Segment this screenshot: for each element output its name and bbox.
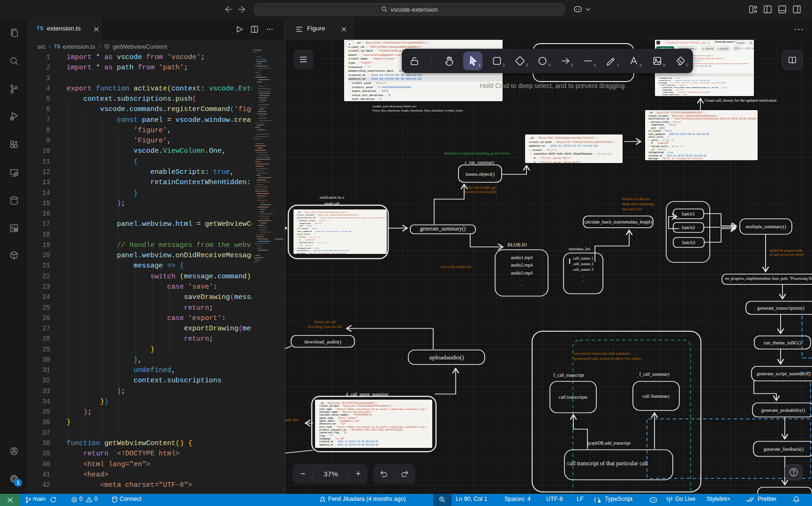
svg-text:✕: ✕	[599, 500, 601, 503]
